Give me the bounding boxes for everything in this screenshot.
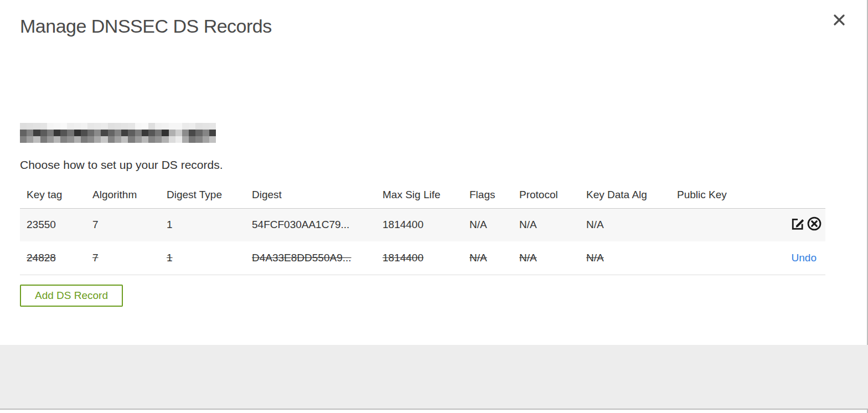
instruction-text: Choose how to set up your DS records. — [20, 158, 223, 172]
cell-max-sig-life: 1814400 — [376, 241, 463, 275]
cell-public-key — [670, 241, 759, 275]
table-row: 23550 7 1 54FCF030AA1C79... 1814400 N/A … — [20, 208, 825, 241]
cell-algorithm: 7 — [86, 208, 160, 241]
col-header-max-sig-life: Max Sig Life — [376, 182, 463, 208]
col-header-key-tag: Key tag — [20, 182, 86, 208]
cell-key-tag: 23550 — [20, 208, 86, 241]
col-header-algorithm: Algorithm — [86, 182, 160, 208]
edit-record-icon[interactable] — [790, 216, 805, 231]
col-header-digest: Digest — [245, 182, 376, 208]
table-row-deleted: 24828 7 1 D4A33E8DD550A9... 1814400 N/A … — [20, 241, 825, 275]
cell-digest-type: 1 — [160, 208, 245, 241]
cell-digest: 54FCF030AA1C79... — [245, 208, 376, 241]
delete-record-icon[interactable] — [807, 216, 822, 231]
cell-max-sig-life: 1814400 — [376, 208, 463, 241]
col-header-actions — [759, 182, 825, 208]
cell-protocol: N/A — [513, 241, 580, 275]
cell-digest-type: 1 — [160, 241, 245, 275]
page-title: Manage DNSSEC DS Records — [20, 16, 272, 37]
cell-flags: N/A — [463, 208, 513, 241]
undo-link[interactable]: Undo — [792, 252, 822, 264]
table-header-row: Key tag Algorithm Digest Type Digest Max… — [20, 182, 825, 208]
col-header-public-key: Public Key — [670, 182, 759, 208]
dnssec-modal: Manage DNSSEC DS Records Choose how to s… — [0, 0, 868, 413]
cell-key-data-alg: N/A — [580, 241, 670, 275]
cell-protocol: N/A — [513, 208, 580, 241]
close-icon[interactable] — [831, 12, 847, 28]
ds-records-table: Key tag Algorithm Digest Type Digest Max… — [20, 182, 825, 275]
add-ds-record-button[interactable]: Add DS Record — [20, 285, 123, 307]
col-header-flags: Flags — [463, 182, 513, 208]
cell-key-data-alg: N/A — [580, 208, 670, 241]
col-header-protocol: Protocol — [513, 182, 580, 208]
col-header-key-data-alg: Key Data Alg — [580, 182, 670, 208]
cell-public-key — [670, 208, 759, 241]
domain-name-redacted — [20, 123, 216, 143]
close-icon-glyph — [833, 14, 845, 26]
row-actions — [759, 208, 825, 241]
cell-digest: D4A33E8DD550A9... — [245, 241, 376, 275]
modal-footer: Save Cancel — [0, 345, 868, 410]
cell-key-tag: 24828 — [20, 241, 86, 275]
row-actions: Undo — [759, 241, 825, 275]
cell-flags: N/A — [463, 241, 513, 275]
cell-algorithm: 7 — [86, 241, 160, 275]
col-header-digest-type: Digest Type — [160, 182, 245, 208]
